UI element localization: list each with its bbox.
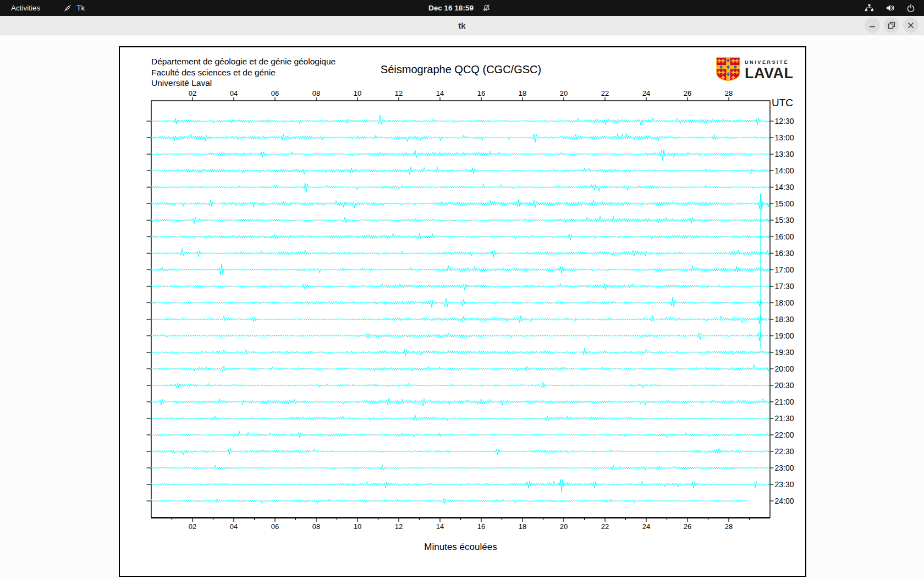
svg-text:20: 20 <box>560 89 568 97</box>
svg-text:16:30: 16:30 <box>775 249 794 258</box>
close-button[interactable] <box>903 18 919 33</box>
minimize-icon <box>865 18 880 33</box>
minimize-button[interactable] <box>865 18 880 33</box>
svg-text:22:00: 22:00 <box>775 430 794 439</box>
svg-text:12:30: 12:30 <box>775 117 794 126</box>
svg-text:06: 06 <box>271 89 279 97</box>
svg-text:20:00: 20:00 <box>775 364 794 373</box>
svg-text:08: 08 <box>312 89 320 97</box>
svg-text:26: 26 <box>684 89 691 97</box>
svg-text:UTC: UTC <box>772 97 793 108</box>
svg-text:24: 24 <box>642 89 650 97</box>
svg-text:14: 14 <box>436 89 444 97</box>
svg-text:23:00: 23:00 <box>775 464 794 472</box>
svg-text:10: 10 <box>354 522 361 531</box>
svg-text:13:00: 13:00 <box>775 133 794 142</box>
svg-text:21:30: 21:30 <box>775 414 794 423</box>
svg-text:12: 12 <box>395 89 403 97</box>
svg-text:18:30: 18:30 <box>775 315 794 324</box>
svg-text:24: 24 <box>642 522 650 531</box>
svg-text:10: 10 <box>354 89 361 97</box>
svg-text:04: 04 <box>230 89 238 97</box>
svg-text:17:00: 17:00 <box>775 265 794 274</box>
svg-text:08: 08 <box>312 522 320 531</box>
svg-text:Minutes écoulées: Minutes écoulées <box>424 542 497 552</box>
system-status-menu[interactable] <box>865 0 924 16</box>
window-title: tk <box>458 21 465 30</box>
app-menu-label: Tk <box>76 4 85 12</box>
tk-icon <box>63 4 72 13</box>
gnome-top-bar: Activities Tk Dec 16 18:59 <box>0 0 924 16</box>
svg-text:18: 18 <box>519 522 526 531</box>
screen: Activities Tk Dec 16 18:59 <box>0 0 924 578</box>
restore-icon <box>884 18 899 33</box>
window-content: Département de géologie et de génie géol… <box>0 35 924 578</box>
svg-text:13:30: 13:30 <box>775 150 794 159</box>
svg-text:18:00: 18:00 <box>775 298 794 307</box>
svg-text:15:00: 15:00 <box>775 199 794 208</box>
network-wired-icon <box>865 4 874 12</box>
clock-menu[interactable]: Dec 16 18:59 <box>428 0 491 16</box>
svg-text:14:00: 14:00 <box>775 166 794 175</box>
svg-text:28: 28 <box>725 522 733 531</box>
svg-text:02: 02 <box>189 89 196 97</box>
svg-text:04: 04 <box>230 522 238 531</box>
seismogram-canvas: 0204060810121416182022242628020406081012… <box>119 46 804 575</box>
app-menu[interactable]: Tk <box>63 4 85 13</box>
svg-text:16: 16 <box>477 522 485 531</box>
svg-text:02: 02 <box>189 522 196 531</box>
seismograph-frame: Département de géologie et de génie géol… <box>119 46 806 577</box>
close-icon <box>903 18 919 33</box>
notifications-muted-icon <box>482 4 491 12</box>
power-icon <box>906 4 915 13</box>
svg-text:22: 22 <box>601 522 609 531</box>
svg-text:22:30: 22:30 <box>775 447 794 456</box>
svg-text:12: 12 <box>395 522 403 531</box>
svg-text:18: 18 <box>519 89 526 97</box>
svg-text:19:30: 19:30 <box>775 348 794 357</box>
activities-button[interactable]: Activities <box>8 3 43 13</box>
restore-button[interactable] <box>884 18 899 33</box>
svg-text:16: 16 <box>477 89 485 97</box>
svg-text:19:00: 19:00 <box>775 331 794 340</box>
svg-text:17:30: 17:30 <box>775 282 794 291</box>
svg-text:28: 28 <box>725 89 733 97</box>
svg-text:23:30: 23:30 <box>775 480 794 489</box>
svg-text:26: 26 <box>684 522 691 531</box>
svg-text:14: 14 <box>436 522 444 531</box>
svg-text:20:30: 20:30 <box>775 381 794 390</box>
svg-text:22: 22 <box>601 89 609 97</box>
clock-label: Dec 16 18:59 <box>428 4 474 12</box>
svg-text:20: 20 <box>560 522 568 531</box>
svg-text:06: 06 <box>271 522 279 531</box>
svg-text:16:00: 16:00 <box>775 232 794 241</box>
svg-text:14:30: 14:30 <box>775 183 794 192</box>
svg-text:24:00: 24:00 <box>775 497 794 505</box>
svg-text:21:00: 21:00 <box>775 397 794 406</box>
svg-text:15:30: 15:30 <box>775 216 794 225</box>
window-titlebar[interactable]: tk <box>0 16 924 35</box>
volume-icon <box>886 4 895 12</box>
